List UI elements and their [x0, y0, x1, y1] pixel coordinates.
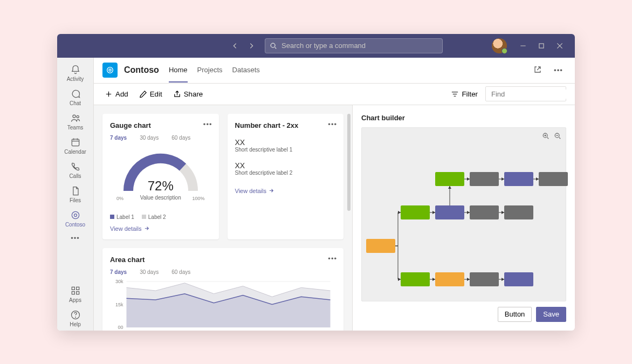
range-30[interactable]: 30 days: [140, 269, 159, 275]
command-search-input[interactable]: [280, 41, 438, 50]
area-chart: 0015k30kJan 1Jan 5Jan 9Jan 13Jan 17Jan 2…: [110, 279, 336, 331]
number-details-link[interactable]: View details: [235, 188, 336, 194]
user-avatar[interactable]: [492, 38, 507, 53]
flow-node[interactable]: [401, 272, 430, 286]
app-rail: Activity Chat Teams Calendar Calls Files: [57, 58, 94, 331]
flow-node[interactable]: [435, 272, 464, 286]
plus-icon: [105, 90, 113, 98]
number-card: Number chart - 2xx ••• XX Short descript…: [228, 114, 344, 239]
page-content: Gauge chart ••• 7 days 30 days 60 days: [94, 105, 575, 331]
number-menu[interactable]: •••: [328, 120, 337, 128]
rail-calls[interactable]: Calls: [57, 158, 93, 182]
svg-text:Jan 5: Jan 5: [149, 330, 161, 331]
nav-forward-button[interactable]: [244, 40, 258, 52]
tab-home[interactable]: Home: [169, 58, 188, 83]
range-60[interactable]: 60 days: [171, 135, 190, 141]
flow-node[interactable]: [470, 172, 499, 186]
share-button[interactable]: Share: [171, 88, 205, 100]
pop-out-icon: [533, 65, 542, 74]
rail-more[interactable]: •••: [71, 231, 80, 245]
flow-node[interactable]: [504, 172, 533, 186]
number-item: XX Short descriptive label 1: [235, 138, 336, 153]
range-30[interactable]: 30 days: [140, 135, 159, 141]
rail-activity[interactable]: Activity: [57, 61, 93, 85]
command-search[interactable]: [265, 38, 443, 53]
flow-node[interactable]: [366, 239, 395, 253]
flow-node[interactable]: [504, 272, 533, 286]
rail-files[interactable]: Files: [57, 182, 93, 207]
chevron-right-icon: [248, 42, 255, 50]
calendar-icon: [70, 137, 81, 148]
builder-secondary-button[interactable]: Button: [498, 307, 532, 322]
rail-label: Calendar: [64, 149, 86, 155]
svg-point-5: [72, 211, 79, 218]
rail-contoso[interactable]: Contoso: [57, 207, 93, 231]
dashboard-scrollbar[interactable]: [347, 114, 351, 211]
rail-label: Teams: [67, 125, 83, 131]
tab-projects[interactable]: Projects: [197, 58, 223, 83]
svg-rect-10: [76, 291, 79, 294]
filter-button[interactable]: Filter: [449, 88, 480, 100]
rail-help[interactable]: Help: [57, 306, 93, 331]
svg-rect-8: [76, 287, 79, 290]
flow-node[interactable]: [435, 172, 464, 186]
chevron-left-icon: [231, 42, 239, 50]
app-logo: [102, 63, 118, 78]
dashboard-pane[interactable]: Gauge chart ••• 7 days 30 days 60 days: [94, 105, 353, 331]
nav-back-button[interactable]: [228, 40, 242, 52]
rail-label: Apps: [69, 297, 81, 303]
gauge-details-link[interactable]: View details: [110, 225, 211, 232]
flow-node[interactable]: [435, 205, 464, 219]
builder-save-button[interactable]: Save: [536, 307, 566, 322]
flow-node[interactable]: [504, 205, 533, 219]
area-menu[interactable]: •••: [328, 255, 337, 263]
number-label: Short descriptive label 2: [235, 170, 336, 176]
details-label: View details: [235, 188, 267, 194]
share-label: Share: [184, 90, 203, 98]
gauge-menu[interactable]: •••: [203, 120, 212, 128]
app-name: Contoso: [124, 65, 159, 75]
window-minimize-button[interactable]: [514, 38, 532, 53]
svg-text:Jan 17: Jan 17: [236, 330, 250, 331]
range-7[interactable]: 7 days: [110, 269, 127, 275]
gauge-range: 7 days 30 days 60 days: [110, 135, 211, 141]
edit-label: Edit: [150, 90, 162, 98]
rail-label: Contoso: [65, 222, 85, 228]
svg-text:Jan 1: Jan 1: [120, 330, 132, 331]
flow-node[interactable]: [401, 205, 430, 219]
rail-apps[interactable]: Apps: [57, 282, 93, 306]
flow-node[interactable]: [539, 172, 568, 186]
rail-chat[interactable]: Chat: [57, 85, 93, 109]
range-7[interactable]: 7 days: [110, 135, 127, 141]
pop-out-button[interactable]: [530, 65, 545, 76]
rail-calendar[interactable]: Calendar: [57, 134, 93, 158]
help-icon: [70, 310, 81, 320]
legend-item: Label 2: [148, 214, 166, 220]
page-toolbar: Add Edit Share Filter: [94, 84, 575, 105]
window-close-button[interactable]: [551, 38, 568, 53]
builder-canvas[interactable]: [361, 127, 566, 301]
flow-node[interactable]: [470, 205, 499, 219]
rail-teams[interactable]: Teams: [57, 109, 93, 134]
gauge-max: 100%: [192, 196, 204, 201]
arrow-right-icon: [269, 188, 274, 194]
gauge-legend: Label 1 Label 2: [110, 214, 211, 220]
tab-datasets[interactable]: Datasets: [232, 58, 260, 83]
flow-node[interactable]: [470, 272, 499, 286]
app-more-button[interactable]: •••: [551, 65, 566, 76]
teams-icon: [70, 113, 81, 123]
find-box[interactable]: [485, 86, 566, 101]
rail-label: Calls: [69, 173, 81, 179]
find-input[interactable]: [490, 90, 575, 99]
edit-button[interactable]: Edit: [137, 88, 164, 100]
phone-icon: [70, 161, 81, 172]
add-button[interactable]: Add: [102, 88, 130, 100]
add-label: Add: [115, 90, 128, 98]
range-60[interactable]: 60 days: [171, 269, 190, 275]
rail-label: Help: [70, 321, 81, 327]
rail-label: Files: [70, 197, 81, 203]
area-card: Area chart ••• 7 days 30 days 60 days 00…: [102, 248, 344, 331]
svg-point-12: [75, 317, 75, 317]
window-maximize-button[interactable]: [533, 38, 550, 53]
svg-marker-35: [448, 186, 451, 189]
